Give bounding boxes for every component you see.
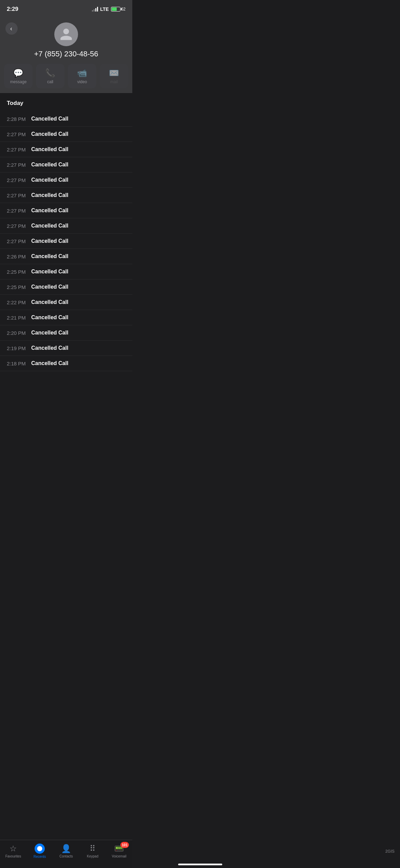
call-entry-time: 2:27 PM	[7, 193, 31, 198]
call-entry-time: 2:25 PM	[7, 284, 31, 290]
call-entry-status: Cancelled Call	[31, 238, 68, 244]
call-entry-row[interactable]: 2:21 PMCancelled Call	[0, 310, 132, 325]
message-label: message	[10, 79, 27, 84]
avatar	[54, 22, 78, 46]
call-entry-time: 2:27 PM	[7, 208, 31, 214]
call-button[interactable]: 📞 call	[36, 64, 64, 88]
video-button[interactable]: 📹 video	[68, 64, 96, 88]
call-entry-status: Cancelled Call	[31, 314, 68, 321]
call-entry-time: 2:27 PM	[7, 177, 31, 183]
call-entry-row[interactable]: 2:28 PMCancelled Call	[0, 111, 132, 127]
person-icon	[59, 27, 73, 41]
back-button[interactable]: ‹	[5, 22, 18, 35]
call-entry-row[interactable]: 2:19 PMCancelled Call	[0, 341, 132, 356]
call-entry-row[interactable]: 2:22 PMCancelled Call	[0, 295, 132, 310]
call-entry-time: 2:18 PM	[7, 361, 31, 366]
status-bar: 2:29 LTE 62	[0, 0, 132, 17]
battery-body	[111, 7, 120, 12]
chevron-left-icon: ‹	[10, 25, 12, 32]
call-entry-time: 2:28 PM	[7, 116, 31, 122]
mail-button[interactable]: ✉️ mail	[100, 64, 128, 88]
status-time: 2:29	[7, 6, 18, 13]
call-entry-status: Cancelled Call	[31, 360, 68, 366]
call-entry-status: Cancelled Call	[31, 253, 68, 259]
call-entry-status: Cancelled Call	[31, 146, 68, 152]
call-entry-status: Cancelled Call	[31, 207, 68, 214]
call-entry-time: 2:26 PM	[7, 254, 31, 259]
call-icon: 📞	[45, 68, 55, 78]
action-buttons: 💬 message 📞 call 📹 video ✉️ mail	[0, 64, 132, 93]
video-label: video	[77, 79, 87, 84]
call-entry-time: 2:27 PM	[7, 223, 31, 229]
call-entry-status: Cancelled Call	[31, 345, 68, 351]
mail-label: mail	[110, 79, 118, 84]
message-icon: 💬	[13, 68, 23, 78]
call-entry-row[interactable]: 2:27 PMCancelled Call	[0, 142, 132, 157]
battery-indicator: 62	[111, 7, 126, 12]
phone-number: +7 (855) 230-48-56	[34, 50, 98, 58]
call-entry-time: 2:27 PM	[7, 238, 31, 244]
call-entry-row[interactable]: 2:25 PMCancelled Call	[0, 264, 132, 279]
status-right: LTE 62	[92, 6, 126, 12]
call-entry-status: Cancelled Call	[31, 223, 68, 229]
call-entry-row[interactable]: 2:26 PMCancelled Call	[0, 249, 132, 264]
call-entry-time: 2:21 PM	[7, 315, 31, 321]
call-entry-time: 2:27 PM	[7, 131, 31, 137]
signal-icon	[92, 7, 98, 12]
section-header: Today	[0, 100, 132, 111]
contact-header: ‹ +7 (855) 230-48-56	[0, 17, 132, 64]
call-entry-time: 2:27 PM	[7, 162, 31, 168]
battery-fill	[112, 7, 117, 11]
call-entry-status: Cancelled Call	[31, 177, 68, 183]
message-button[interactable]: 💬 message	[4, 64, 33, 88]
call-entries-list: 2:28 PMCancelled Call2:27 PMCancelled Ca…	[0, 111, 132, 371]
call-entry-time: 2:25 PM	[7, 269, 31, 275]
call-label: call	[47, 79, 53, 84]
call-log: Today 2:28 PMCancelled Call2:27 PMCancel…	[0, 93, 132, 405]
call-entry-status: Cancelled Call	[31, 192, 68, 198]
call-entry-status: Cancelled Call	[31, 116, 68, 122]
call-entry-row[interactable]: 2:20 PMCancelled Call	[0, 325, 132, 341]
call-entry-status: Cancelled Call	[31, 284, 68, 290]
battery-percent: 62	[121, 7, 126, 12]
call-entry-time: 2:27 PM	[7, 147, 31, 152]
call-entry-status: Cancelled Call	[31, 330, 68, 336]
mail-icon: ✉️	[109, 68, 119, 78]
call-entry-status: Cancelled Call	[31, 269, 68, 275]
call-entry-row[interactable]: 2:27 PMCancelled Call	[0, 218, 132, 234]
call-entry-time: 2:20 PM	[7, 330, 31, 336]
lte-label: LTE	[100, 6, 109, 12]
call-entry-row[interactable]: 2:27 PMCancelled Call	[0, 234, 132, 249]
call-entry-row[interactable]: 2:27 PMCancelled Call	[0, 188, 132, 203]
call-entry-status: Cancelled Call	[31, 131, 68, 137]
call-entry-row[interactable]: 2:27 PMCancelled Call	[0, 157, 132, 173]
call-entry-row[interactable]: 2:18 PMCancelled Call	[0, 356, 132, 371]
call-entry-time: 2:22 PM	[7, 300, 31, 305]
call-entry-status: Cancelled Call	[31, 162, 68, 168]
call-entry-row[interactable]: 2:27 PMCancelled Call	[0, 203, 132, 218]
call-entry-status: Cancelled Call	[31, 299, 68, 305]
call-entry-row[interactable]: 2:27 PMCancelled Call	[0, 173, 132, 188]
call-entry-row[interactable]: 2:25 PMCancelled Call	[0, 279, 132, 295]
call-entry-row[interactable]: 2:27 PMCancelled Call	[0, 127, 132, 142]
call-entry-time: 2:19 PM	[7, 345, 31, 351]
video-icon: 📹	[77, 68, 87, 78]
